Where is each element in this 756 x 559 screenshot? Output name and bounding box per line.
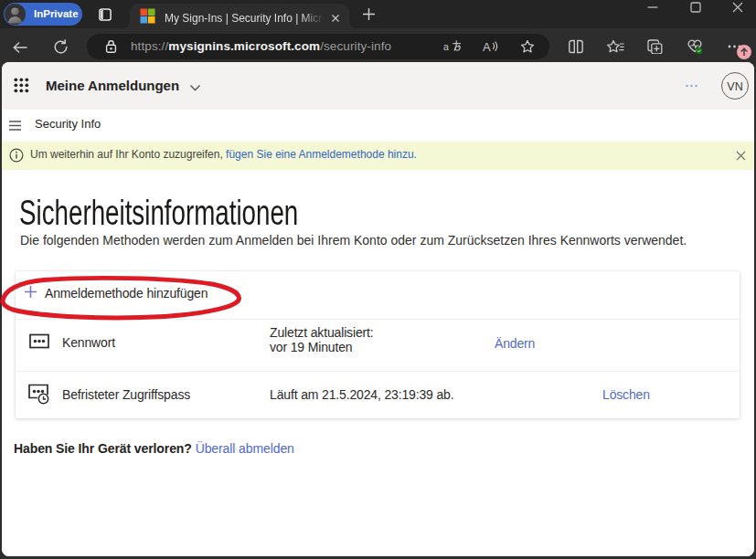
svg-text:a: a [443, 41, 449, 52]
svg-text:A: A [483, 40, 491, 54]
